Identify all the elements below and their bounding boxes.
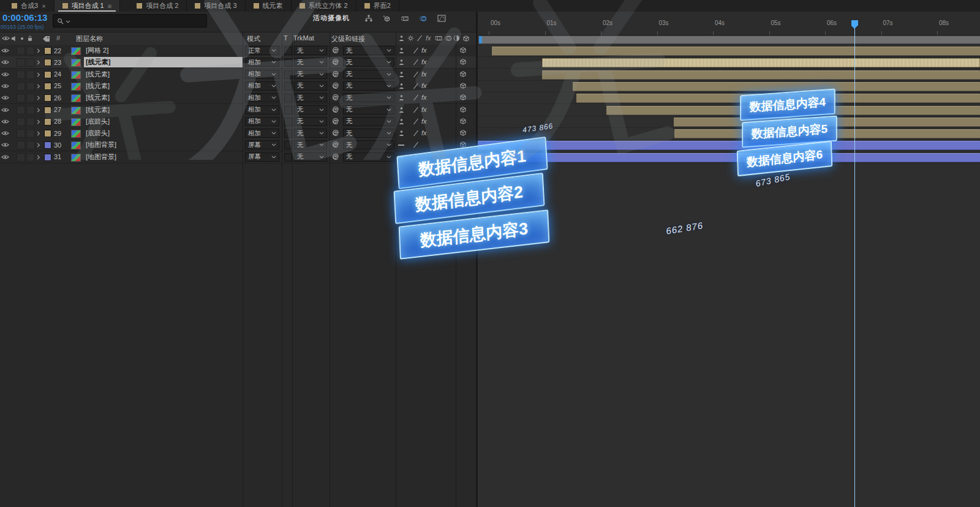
trkmat-select[interactable]: 无 bbox=[294, 152, 327, 162]
expand-layer-icon[interactable] bbox=[37, 108, 40, 113]
blend-mode-select[interactable]: 屏幕 bbox=[245, 140, 279, 149]
expand-layer-icon[interactable] bbox=[37, 96, 40, 100]
layer-name[interactable]: [线元素] bbox=[86, 104, 110, 116]
blend-mode-select[interactable]: 相加 bbox=[245, 70, 279, 79]
layer-label-swatch[interactable] bbox=[44, 83, 51, 90]
layer-name[interactable]: [地图背景] bbox=[86, 151, 116, 163]
3d-layer-switch-icon[interactable] bbox=[459, 94, 467, 101]
blend-mode-select[interactable]: 正常 bbox=[245, 46, 279, 55]
preserve-transparency-cell[interactable] bbox=[284, 141, 292, 149]
time-ruler[interactable]: 00s01s02s03s04s05s06s07s08s bbox=[478, 12, 980, 36]
3d-layer-switch-icon[interactable] bbox=[459, 118, 467, 125]
trkmat-select[interactable]: 无 bbox=[294, 81, 327, 91]
lock-cell[interactable] bbox=[26, 118, 35, 126]
expand-layer-icon[interactable] bbox=[37, 143, 40, 148]
layer-label-swatch[interactable] bbox=[44, 130, 51, 137]
blend-mode-select[interactable]: 相加 bbox=[245, 105, 279, 115]
layer-row[interactable]: 30[地图背景]屏幕无无 bbox=[0, 139, 476, 151]
3d-layer-switch-icon[interactable] bbox=[459, 58, 467, 66]
parent-pickwhip-icon[interactable] bbox=[332, 141, 339, 148]
parent-pickwhip-icon[interactable] bbox=[332, 118, 339, 125]
3d-layer-switch-icon[interactable] bbox=[459, 129, 467, 137]
fx-switch[interactable]: fx bbox=[421, 118, 427, 125]
preserve-transparency-cell[interactable] bbox=[284, 129, 292, 138]
fx-switch[interactable]: fx bbox=[421, 129, 427, 137]
timeline-tab[interactable]: 项目合成 2 bbox=[129, 0, 187, 12]
timeline-tab[interactable]: 界面2 bbox=[356, 0, 399, 12]
expand-layer-icon[interactable] bbox=[37, 84, 40, 89]
quality-switch-icon[interactable] bbox=[413, 83, 419, 89]
layer-duration-bar[interactable] bbox=[478, 153, 980, 162]
parent-pickwhip-icon[interactable] bbox=[332, 94, 339, 101]
layer-row[interactable]: 22[网格 2]正常无无fx bbox=[0, 45, 476, 57]
solo-cell[interactable] bbox=[17, 47, 25, 55]
frame-blending-icon[interactable] bbox=[401, 15, 409, 22]
trkmat-select[interactable]: 无 bbox=[294, 46, 327, 55]
timeline-tab[interactable]: 合成3× bbox=[4, 0, 55, 12]
layer-label-swatch[interactable] bbox=[44, 71, 51, 78]
layer-name[interactable]: [网格 2] bbox=[86, 45, 108, 56]
parent-select[interactable]: 无 bbox=[343, 105, 394, 115]
layer-label-swatch[interactable] bbox=[44, 94, 51, 102]
playhead-handle[interactable] bbox=[851, 20, 858, 28]
layer-name[interactable]: [线元素] bbox=[86, 56, 110, 68]
solo-cell[interactable] bbox=[17, 153, 25, 162]
timeline-tab[interactable]: 项目合成 3 bbox=[187, 0, 245, 12]
layer-duration-bar[interactable] bbox=[573, 82, 980, 91]
quality-switch-icon[interactable] bbox=[413, 141, 419, 148]
fx-switch[interactable]: fx bbox=[421, 106, 427, 113]
quality-switch-icon[interactable] bbox=[413, 118, 419, 125]
shy-switch-icon[interactable] bbox=[398, 59, 405, 66]
layer-label-swatch[interactable] bbox=[44, 47, 51, 54]
solo-cell[interactable] bbox=[17, 129, 25, 138]
draft-3d-icon[interactable] bbox=[383, 15, 391, 22]
layer-visibility-icon[interactable] bbox=[1, 130, 9, 136]
layer-row[interactable]: 26[线元素]相加无无fx bbox=[0, 92, 476, 104]
layer-row[interactable]: 23[线元素]相加无无fx bbox=[0, 56, 476, 69]
blend-mode-select[interactable]: 相加 bbox=[245, 117, 279, 126]
parent-select[interactable]: 无 bbox=[343, 117, 394, 126]
solo-cell[interactable] bbox=[17, 58, 25, 67]
solo-cell[interactable] bbox=[17, 118, 25, 126]
timeline-tab[interactable]: 线元素 bbox=[246, 0, 292, 12]
layer-label-swatch[interactable] bbox=[44, 118, 51, 126]
layer-visibility-icon[interactable] bbox=[1, 154, 9, 160]
quality-switch-icon[interactable] bbox=[413, 71, 419, 78]
3d-layer-switch-icon[interactable] bbox=[459, 106, 467, 113]
preserve-transparency-cell[interactable] bbox=[284, 58, 292, 67]
solo-cell[interactable] bbox=[17, 94, 25, 102]
layer-visibility-icon[interactable] bbox=[1, 142, 9, 148]
shy-switch-icon[interactable] bbox=[398, 83, 405, 89]
preserve-transparency-cell[interactable] bbox=[284, 94, 292, 102]
shy-switch-icon[interactable] bbox=[398, 94, 405, 101]
solo-cell[interactable] bbox=[17, 141, 25, 149]
blend-mode-select[interactable]: 屏幕 bbox=[245, 152, 279, 162]
current-timecode[interactable]: 0:00:06:13 bbox=[2, 12, 47, 23]
3d-layer-switch-icon[interactable] bbox=[459, 47, 467, 54]
expand-layer-icon[interactable] bbox=[37, 155, 40, 160]
layer-row[interactable]: 28[底箭头]相加无无fx bbox=[0, 116, 476, 128]
fx-switch[interactable]: fx bbox=[421, 94, 427, 101]
fx-switch[interactable]: fx bbox=[421, 82, 427, 89]
lock-cell[interactable] bbox=[26, 129, 35, 138]
3d-layer-switch-icon[interactable] bbox=[459, 70, 467, 78]
layer-row[interactable]: 25[线元素]相加无无fx bbox=[0, 80, 476, 92]
layer-visibility-icon[interactable] bbox=[1, 107, 9, 113]
layer-visibility-icon[interactable] bbox=[1, 119, 9, 124]
expand-layer-icon[interactable] bbox=[37, 48, 40, 53]
layer-visibility-icon[interactable] bbox=[1, 95, 9, 100]
expand-layer-icon[interactable] bbox=[37, 131, 40, 136]
lock-cell[interactable] bbox=[26, 58, 35, 67]
lock-cell[interactable] bbox=[26, 94, 35, 102]
timeline-tab[interactable]: 系统立方体 2 bbox=[292, 0, 356, 12]
preserve-transparency-cell[interactable] bbox=[284, 106, 292, 115]
timeline-search-input[interactable] bbox=[53, 14, 207, 28]
preserve-transparency-cell[interactable] bbox=[284, 70, 292, 79]
expand-layer-icon[interactable] bbox=[37, 119, 40, 124]
solo-cell[interactable] bbox=[17, 70, 25, 79]
shy-switch-icon[interactable] bbox=[398, 71, 405, 78]
lock-cell[interactable] bbox=[26, 70, 35, 79]
trkmat-select[interactable]: 无 bbox=[294, 140, 327, 149]
quality-switch-icon[interactable] bbox=[413, 107, 419, 113]
preserve-transparency-cell[interactable] bbox=[284, 153, 292, 162]
